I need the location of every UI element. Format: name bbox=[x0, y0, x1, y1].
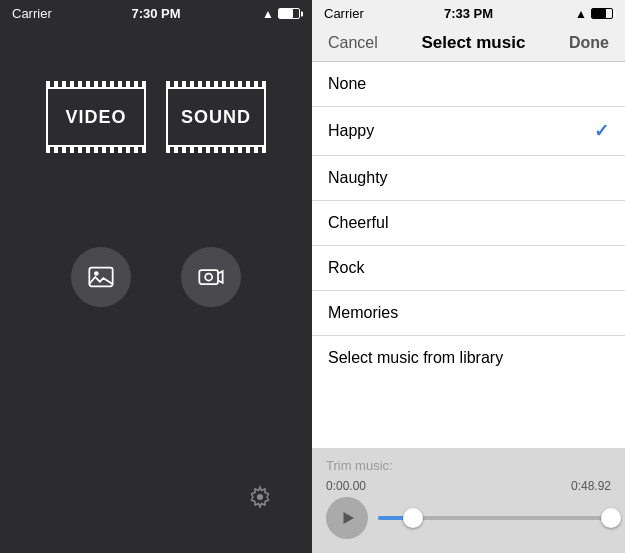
music-item-none[interactable]: None bbox=[312, 62, 625, 107]
music-item-cheerful[interactable]: Cheerful bbox=[312, 201, 625, 246]
music-item-memories-label: Memories bbox=[328, 304, 398, 322]
slider-left-thumb[interactable] bbox=[403, 508, 423, 528]
music-item-happy-label: Happy bbox=[328, 122, 374, 140]
logo-sound-text: SOUND bbox=[181, 107, 251, 128]
slider-right-thumb[interactable] bbox=[601, 508, 621, 528]
signal-icons-left: ▲ bbox=[262, 7, 300, 21]
trim-end-time: 0:48.92 bbox=[571, 479, 611, 493]
gear-icon bbox=[248, 485, 272, 509]
battery-icon-left bbox=[278, 8, 300, 19]
time-right: 7:33 PM bbox=[444, 6, 493, 21]
carrier-left: Carrier bbox=[12, 6, 52, 21]
trim-controls bbox=[326, 497, 611, 539]
camera-icon bbox=[197, 263, 225, 291]
logo-video: VIDEO bbox=[46, 87, 146, 147]
carrier-right: Carrier bbox=[324, 6, 364, 21]
gallery-button[interactable] bbox=[71, 247, 131, 307]
trim-slider[interactable] bbox=[378, 516, 611, 520]
music-item-rock[interactable]: Rock bbox=[312, 246, 625, 291]
trim-section: Trim music: 0:00.00 0:48.92 bbox=[312, 448, 625, 553]
nav-title: Select music bbox=[421, 33, 525, 53]
logo-area: VIDEO SOUND bbox=[46, 87, 266, 147]
gallery-icon bbox=[87, 263, 115, 291]
svg-point-1 bbox=[94, 271, 99, 276]
svg-point-3 bbox=[205, 274, 212, 281]
checkmark-icon: ✓ bbox=[594, 120, 609, 142]
trim-times: 0:00.00 0:48.92 bbox=[326, 479, 611, 493]
svg-point-4 bbox=[257, 494, 263, 500]
music-item-happy[interactable]: Happy ✓ bbox=[312, 107, 625, 156]
trim-label: Trim music: bbox=[326, 458, 611, 473]
music-list: None Happy ✓ Naughty Cheerful Rock Memor… bbox=[312, 62, 625, 448]
music-item-rock-label: Rock bbox=[328, 259, 364, 277]
music-item-naughty-label: Naughty bbox=[328, 169, 388, 187]
action-buttons bbox=[71, 247, 241, 307]
time-left: 7:30 PM bbox=[131, 6, 180, 21]
music-item-naughty[interactable]: Naughty bbox=[312, 156, 625, 201]
svg-rect-2 bbox=[199, 270, 218, 284]
music-item-library-label: Select music from library bbox=[328, 349, 503, 367]
music-item-memories[interactable]: Memories bbox=[312, 291, 625, 336]
right-panel: Carrier 7:33 PM ▲ Cancel Select music Do… bbox=[312, 0, 625, 553]
nav-bar: Cancel Select music Done bbox=[312, 27, 625, 62]
music-item-library[interactable]: Select music from library bbox=[312, 336, 625, 380]
svg-rect-0 bbox=[89, 268, 112, 287]
camera-button[interactable] bbox=[181, 247, 241, 307]
left-panel: Carrier 7:30 PM ▲ VIDEO SOUND bbox=[0, 0, 312, 553]
play-button[interactable] bbox=[326, 497, 368, 539]
play-icon bbox=[339, 509, 357, 527]
music-item-none-label: None bbox=[328, 75, 366, 93]
status-bar-left: Carrier 7:30 PM ▲ bbox=[0, 0, 312, 27]
done-button[interactable]: Done bbox=[569, 34, 609, 52]
status-bar-right: Carrier 7:33 PM ▲ bbox=[312, 0, 625, 27]
music-item-cheerful-label: Cheerful bbox=[328, 214, 388, 232]
logo-video-text: VIDEO bbox=[65, 107, 126, 128]
logo-sound: SOUND bbox=[166, 87, 266, 147]
wifi-icon-right: ▲ bbox=[575, 7, 587, 21]
settings-button[interactable] bbox=[248, 485, 272, 513]
trim-start-time: 0:00.00 bbox=[326, 479, 366, 493]
cancel-button[interactable]: Cancel bbox=[328, 34, 378, 52]
wifi-icon-left: ▲ bbox=[262, 7, 274, 21]
signal-icons-right: ▲ bbox=[575, 7, 613, 21]
battery-icon-right bbox=[591, 8, 613, 19]
